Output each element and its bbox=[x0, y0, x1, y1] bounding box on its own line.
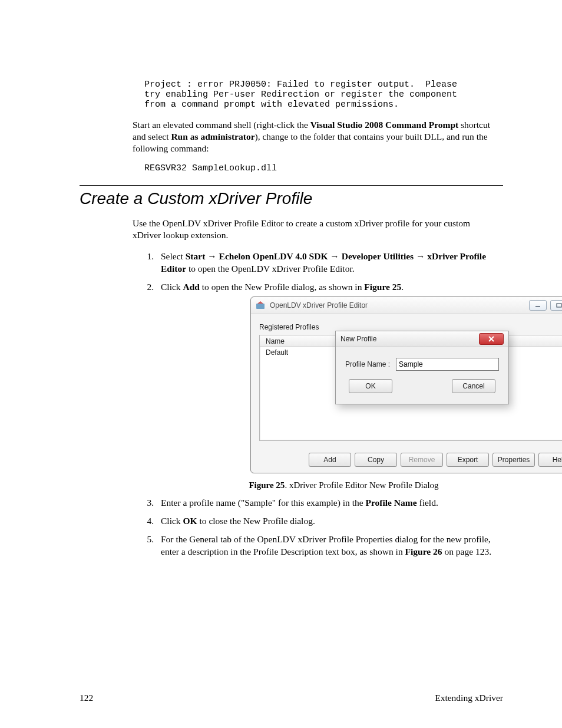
code-error-block: Project : error PRJ0050: Failed to regis… bbox=[144, 80, 503, 110]
minimize-button[interactable] bbox=[529, 300, 547, 311]
profiles-grid[interactable]: Name Default New Profile bbox=[259, 335, 562, 441]
cancel-button[interactable]: Cancel bbox=[452, 379, 495, 393]
section-heading: Create a Custom xDriver Profile bbox=[80, 189, 503, 208]
remove-button[interactable]: Remove bbox=[401, 453, 443, 467]
text: to open the New Profile dialog, as shown… bbox=[200, 282, 364, 292]
window-titlebar: OpenLDV xDriver Profile Editor bbox=[251, 297, 562, 314]
text: field. bbox=[417, 498, 438, 508]
paragraph-elevated-shell: Start an elevated command shell (right-c… bbox=[133, 119, 491, 154]
steps-list: Select Start → Echelon OpenLDV 4.0 SDK →… bbox=[133, 251, 503, 558]
step-3: Enter a profile name ("Sample" for this … bbox=[156, 497, 503, 509]
text: Start an elevated command shell (right-c… bbox=[133, 120, 310, 130]
app-icon bbox=[256, 301, 265, 310]
step-4: Click OK to close the New Profile dialog… bbox=[156, 515, 503, 528]
text: Click bbox=[161, 282, 183, 292]
profile-name-row: Profile Name : bbox=[345, 358, 499, 371]
row-default: Default bbox=[260, 347, 341, 358]
properties-button[interactable]: Properties bbox=[492, 453, 535, 467]
bold: Visual Studio 2008 Command Prompt bbox=[310, 120, 458, 130]
bold: Figure 25 bbox=[364, 282, 401, 292]
bold: Profile Name bbox=[366, 498, 417, 508]
editor-button-bar: Add Copy Remove Export Properties Help bbox=[259, 453, 562, 467]
step-1: Select Start → Echelon OpenLDV 4.0 SDK →… bbox=[156, 251, 503, 275]
dialog-body: Profile Name : OK Cancel bbox=[336, 347, 508, 404]
dialog-close-button[interactable] bbox=[479, 333, 504, 345]
window-body: Registered Profiles Name Default bbox=[251, 314, 562, 472]
section-rule bbox=[80, 185, 503, 186]
help-button[interactable]: Help bbox=[538, 453, 562, 467]
figure-25: OpenLDV xDriver Profile Editor bbox=[250, 297, 562, 473]
text: Click bbox=[161, 516, 183, 526]
bold: Add bbox=[183, 282, 199, 292]
text: Select bbox=[161, 251, 186, 261]
svg-rect-0 bbox=[256, 304, 265, 309]
step-2: Click Add to open the New Profile dialog… bbox=[156, 281, 503, 491]
column-name[interactable]: Name bbox=[260, 335, 342, 346]
svg-rect-3 bbox=[557, 304, 561, 307]
text: . bbox=[401, 282, 404, 292]
paragraph-intro: Use the OpenLDV xDriver Profile Editor t… bbox=[133, 218, 491, 241]
text: to open the OpenLDV xDriver Profile Edit… bbox=[186, 263, 355, 274]
new-profile-dialog: New Profile bbox=[335, 331, 509, 404]
editor-window: OpenLDV xDriver Profile Editor bbox=[250, 297, 562, 473]
bold: Run as administrator bbox=[171, 131, 254, 141]
text: Enter a profile name ("Sample" for this … bbox=[161, 498, 366, 508]
dialog-title: New Profile bbox=[340, 334, 479, 344]
chapter-title: Extending xDriver bbox=[435, 693, 503, 703]
figure-25-caption: Figure 25. xDriver Profile Editor New Pr… bbox=[184, 479, 503, 491]
bold: Figure 26 bbox=[405, 546, 442, 556]
page-footer: 122 Extending xDriver bbox=[80, 693, 503, 703]
dialog-titlebar: New Profile bbox=[336, 331, 508, 347]
svg-marker-1 bbox=[257, 301, 263, 304]
page-number: 122 bbox=[80, 693, 93, 703]
window-title: OpenLDV xDriver Profile Editor bbox=[270, 301, 529, 310]
bold: Figure 25 bbox=[249, 480, 285, 490]
dialog-button-row: OK Cancel bbox=[345, 379, 499, 396]
code-regsvr-block: REGSVR32 SampleLookup.dll bbox=[144, 163, 503, 173]
maximize-button[interactable] bbox=[550, 300, 562, 311]
step-5: For the General tab of the OpenLDV xDriv… bbox=[156, 533, 503, 558]
profile-name-input[interactable] bbox=[396, 358, 499, 371]
text: on page 123. bbox=[442, 546, 492, 556]
document-page: Project : error PRJ0050: Failed to regis… bbox=[0, 0, 562, 728]
profile-name-label: Profile Name : bbox=[345, 360, 390, 369]
text: to close the New Profile dialog. bbox=[197, 516, 315, 526]
bold: OK bbox=[183, 516, 197, 526]
export-button[interactable]: Export bbox=[447, 453, 489, 467]
add-button[interactable]: Add bbox=[309, 453, 351, 467]
window-controls bbox=[529, 300, 562, 311]
ok-button[interactable]: OK bbox=[349, 379, 392, 393]
copy-button[interactable]: Copy bbox=[355, 453, 397, 467]
text: . xDriver Profile Editor New Profile Dia… bbox=[285, 480, 438, 490]
